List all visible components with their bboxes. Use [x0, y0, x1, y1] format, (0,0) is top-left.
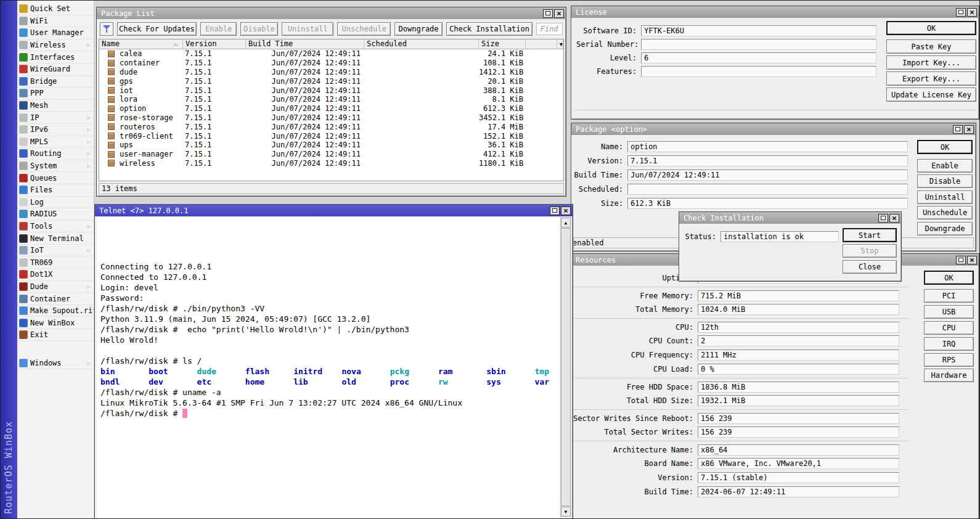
sidebar-item-make-supout-rif[interactable]: Make Supout.rif: [17, 305, 94, 317]
check-installation-titlebar[interactable]: Check Installation: [679, 212, 901, 224]
sidebar-item-mesh[interactable]: Mesh: [17, 100, 94, 112]
column-dropdown-icon[interactable]: [557, 39, 563, 49]
sidebar-item-ip[interactable]: IP: [17, 112, 94, 124]
maximize-icon[interactable]: [543, 9, 553, 18]
resources-button-cpu[interactable]: CPU: [924, 321, 974, 335]
package-row-option[interactable]: option 7.15.1 Jun/07/2024 12:49:11 612.3…: [99, 104, 563, 113]
column-header-name[interactable]: Name: [99, 39, 183, 49]
sidebar-item-ipv6[interactable]: IPv6: [17, 124, 94, 136]
package-row-dude[interactable]: dude 7.15.1 Jun/07/2024 12:49:11 1412.1 …: [99, 68, 563, 77]
sidebar-item-queues[interactable]: Queues: [17, 172, 94, 184]
package-row-ups[interactable]: ups 7.15.1 Jun/07/2024 12:49:11 36.1 KiB: [99, 141, 563, 150]
toolbar-button-check-for-updates[interactable]: Check For Updates: [117, 22, 197, 36]
sidebar-item-tools[interactable]: Tools: [17, 221, 94, 233]
scroll-up-icon[interactable]: [561, 218, 571, 227]
sidebar-item-dude[interactable]: Dude: [17, 281, 94, 293]
scroll-down-icon[interactable]: [561, 507, 571, 517]
package-row-wireless[interactable]: wireless 7.15.1 Jun/07/2024 12:49:11 118…: [99, 159, 563, 168]
scrollbar-thumb[interactable]: [561, 228, 571, 506]
resources-button-ok[interactable]: OK: [924, 271, 974, 285]
find-input[interactable]: Find: [536, 23, 563, 35]
telnet-titlebar[interactable]: Telnet <7> 127.0.0.1: [95, 205, 573, 216]
sidebar-item-exit[interactable]: Exit: [17, 329, 94, 341]
toolbar-button-enable[interactable]: Enable: [200, 22, 237, 36]
sidebar-item-ppp[interactable]: PPP: [17, 88, 94, 100]
package-button-unschedule[interactable]: Unschedule: [917, 206, 973, 219]
package-option-titlebar[interactable]: Package <option>: [571, 123, 976, 135]
dialog-button-start[interactable]: Start: [843, 228, 897, 242]
license-button-update-license-key[interactable]: Update License Key: [886, 88, 976, 102]
package-button-downgrade[interactable]: Downgrade: [917, 222, 973, 235]
sidebar-item-user-manager[interactable]: User Manager: [17, 27, 94, 39]
sidebar-item-wifi[interactable]: WiFi: [17, 15, 94, 28]
toolbar-button-uninstall[interactable]: Uninstall: [282, 22, 333, 36]
sidebar-item-log[interactable]: Log: [17, 197, 94, 209]
resources-button-irq[interactable]: IRQ: [924, 337, 974, 351]
close-icon[interactable]: [967, 256, 977, 264]
sidebar-item-system[interactable]: System: [17, 160, 94, 173]
package-row-gps[interactable]: gps 7.15.1 Jun/07/2024 12:49:11 20.1 KiB: [99, 76, 563, 86]
terminal-output[interactable]: Connecting to 127.0.0.1Connected to 127.…: [97, 218, 560, 519]
sidebar-item-dot1x[interactable]: Dot1X: [17, 269, 94, 281]
dialog-button-close[interactable]: Close: [843, 260, 897, 274]
package-row-iot[interactable]: iot 7.15.1 Jun/07/2024 12:49:11 388.1 Ki…: [99, 86, 563, 95]
package-row-user-manager[interactable]: user-manager 7.15.1 Jun/07/2024 12:49:11…: [99, 150, 563, 159]
package-row-rose-storage[interactable]: rose-storage 7.15.1 Jun/07/2024 12:49:11…: [99, 113, 563, 123]
sidebar-item-wireguard[interactable]: WireGuard: [17, 63, 94, 76]
dialog-button-stop[interactable]: Stop: [843, 244, 897, 258]
package-list-titlebar[interactable]: Package List: [97, 7, 566, 19]
sidebar-item-files[interactable]: Files: [17, 184, 94, 197]
column-header-build-time[interactable]: Build Time: [246, 39, 364, 49]
package-row-routeros[interactable]: routeros 7.15.1 Jun/07/2024 12:49:11 17.…: [99, 122, 563, 131]
maximize-icon[interactable]: [956, 256, 966, 264]
maximize-icon[interactable]: [550, 206, 560, 215]
license-button-export-key[interactable]: Export Key...: [886, 72, 976, 86]
maximize-icon[interactable]: [956, 8, 966, 17]
package-button-enable[interactable]: Enable: [917, 159, 973, 173]
package-row-container[interactable]: container 7.15.1 Jun/07/2024 12:49:11 10…: [99, 59, 563, 68]
sidebar-item-interfaces[interactable]: Interfaces: [17, 51, 94, 63]
sidebar-item-wireless[interactable]: Wireless: [17, 39, 94, 52]
sidebar-item-mpls[interactable]: MPLS: [17, 136, 94, 149]
sidebar-item-radius[interactable]: RADIUS: [17, 208, 94, 221]
toolbar-button-unschedule[interactable]: Unschedule: [337, 22, 390, 36]
resources-button-hardware[interactable]: Hardware: [924, 369, 974, 382]
maximize-icon[interactable]: [953, 125, 963, 134]
status-value-field[interactable]: installation is ok: [721, 231, 839, 242]
package-button-disable[interactable]: Disable: [917, 174, 973, 188]
resources-button-pci[interactable]: PCI: [924, 289, 974, 303]
close-icon[interactable]: [554, 9, 564, 18]
sidebar-item-routing[interactable]: Routing: [17, 148, 94, 160]
toolbar-button-downgrade[interactable]: Downgrade: [394, 22, 443, 36]
column-header-version[interactable]: Version: [183, 39, 246, 49]
maximize-icon[interactable]: [878, 214, 888, 223]
column-header-scheduled[interactable]: Scheduled: [364, 39, 479, 49]
license-button-paste-key[interactable]: Paste Key: [886, 39, 976, 54]
close-icon[interactable]: [967, 8, 977, 17]
license-titlebar[interactable]: License: [571, 6, 979, 18]
package-row-tr069-client[interactable]: tr069-client 7.15.1 Jun/07/2024 12:49:11…: [99, 131, 563, 141]
column-header-size[interactable]: Size: [479, 39, 526, 49]
package-button-ok[interactable]: OK: [917, 140, 973, 154]
close-icon[interactable]: [889, 214, 899, 223]
license-button-import-key[interactable]: Import Key...: [886, 55, 976, 70]
sidebar-item-tr069[interactable]: TR069: [17, 256, 94, 269]
toolbar-button-disable[interactable]: Disable: [240, 22, 278, 36]
sidebar-item-windows[interactable]: Windows: [17, 358, 94, 370]
close-icon[interactable]: [964, 125, 974, 134]
sidebar-item-quick-set[interactable]: Quick Set: [17, 3, 94, 15]
sidebar-item-new-terminal[interactable]: New Terminal: [17, 232, 94, 245]
package-row-calea[interactable]: calea 7.15.1 Jun/07/2024 12:49:11 24.1 K…: [99, 49, 563, 59]
license-button-ok[interactable]: OK: [886, 21, 976, 35]
resources-button-usb[interactable]: USB: [924, 305, 974, 319]
sidebar-item-new-winbox[interactable]: New WinBox: [17, 317, 94, 329]
sidebar-item-iot[interactable]: IoT: [17, 245, 94, 257]
close-icon[interactable]: [561, 206, 571, 215]
terminal-scrollbar[interactable]: [560, 218, 571, 519]
filter-button[interactable]: [100, 22, 113, 36]
sidebar-item-bridge[interactable]: Bridge: [17, 76, 94, 88]
package-button-uninstall[interactable]: Uninstall: [917, 190, 973, 204]
toolbar-button-check-installation[interactable]: Check Installation: [446, 22, 532, 36]
sidebar-item-container[interactable]: Container: [17, 293, 94, 305]
resources-button-rps[interactable]: RPS: [924, 353, 974, 367]
